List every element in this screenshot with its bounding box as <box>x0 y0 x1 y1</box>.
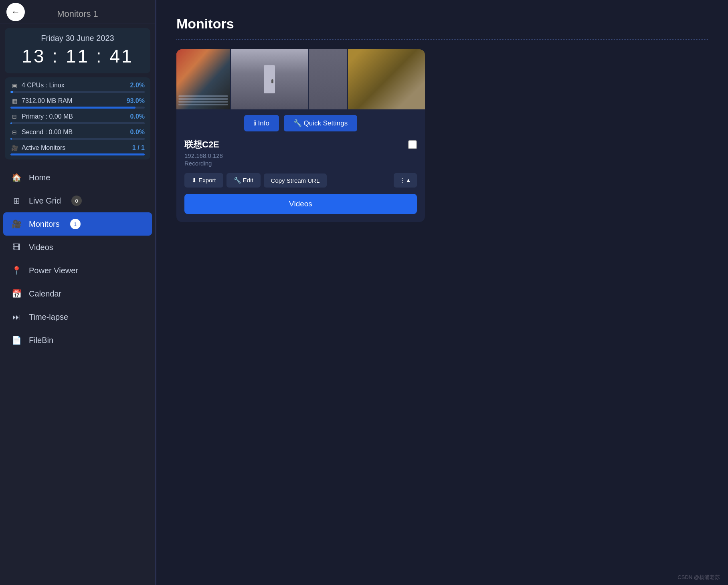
camera-icon: 🎥 <box>10 144 18 152</box>
sidebar: ← Monitors 1 Friday 30 June 2023 13 : 11… <box>0 0 156 585</box>
second-stat-row: ⊟ Second : 0.00 MB 0.0% <box>10 128 145 140</box>
date-display: Friday 30 June 2023 <box>9 34 146 43</box>
watermark: CSDN @杨浦老苏 <box>677 574 720 581</box>
monitors-label: Monitors <box>29 220 60 229</box>
thumbnail-3 <box>309 49 347 109</box>
cpu-bar-fill <box>10 91 13 93</box>
active-monitors-bar <box>10 153 145 155</box>
thumb-4-inner <box>348 49 425 109</box>
ram-bar-fill <box>10 107 135 109</box>
videos-label: Videos <box>29 243 53 252</box>
sidebar-item-filebin[interactable]: 📄 FileBin <box>0 329 155 352</box>
cpu-value: 2.0% <box>130 82 145 89</box>
datetime-section: Friday 30 June 2023 13 : 11 : 41 <box>5 28 150 73</box>
ram-icon: ▦ <box>10 97 18 105</box>
active-monitors-label: 🎥 Active Monitors <box>10 144 65 152</box>
quick-settings-button[interactable]: 🔧 Quick Settings <box>284 115 357 131</box>
primary-stat-row: ⊟ Primary : 0.00 MB 0.0% <box>10 113 145 124</box>
filebin-label: FileBin <box>29 336 53 345</box>
sidebar-item-monitors[interactable]: 🎥 Monitors 1 <box>3 212 152 236</box>
sidebar-item-live-grid[interactable]: ⊞ Live Grid 0 <box>0 189 155 212</box>
door-shape <box>264 65 275 93</box>
monitor-thumbnails <box>176 49 425 109</box>
cpu-label: ▣ 4 CPUs : Linux <box>10 81 65 89</box>
cpu-bar <box>10 91 145 93</box>
time-lapse-icon: ⏭ <box>11 312 22 322</box>
edit-button[interactable]: 🔧 Edit <box>226 173 261 188</box>
videos-icon: 🎞 <box>11 242 22 252</box>
stats-section: ▣ 4 CPUs : Linux 2.0% ▦ 7312.00 MB RAM 9… <box>5 77 150 159</box>
live-grid-badge: 0 <box>71 196 82 206</box>
thumb-3-inner <box>309 49 347 109</box>
home-label: Home <box>29 173 50 182</box>
second-bar <box>10 138 145 140</box>
time-display: 13 : 11 : 41 <box>9 45 146 67</box>
sidebar-item-home[interactable]: 🏠 Home <box>0 166 155 189</box>
thumb-1-inner <box>176 49 230 109</box>
title-divider <box>176 39 708 40</box>
second-disk-icon: ⊟ <box>10 128 18 136</box>
stripe-3 <box>178 101 228 103</box>
ram-bar <box>10 107 145 109</box>
primary-disk-icon: ⊟ <box>10 113 18 121</box>
second-label: ⊟ Second : 0.00 MB <box>10 128 73 136</box>
videos-button[interactable]: Videos <box>184 194 417 214</box>
monitor-buttons-row: ⬇ Export 🔧 Edit Copy Stream URL ⋮▲ <box>176 171 425 192</box>
nav-section: 🏠 Home ⊞ Live Grid 0 🎥 Monitors 1 🎞 Vide… <box>0 166 155 585</box>
info-button[interactable]: ℹ Info <box>244 115 279 131</box>
ram-stat-row: ▦ 7312.00 MB RAM 93.0% <box>10 97 145 109</box>
page-title: Monitors <box>176 16 708 32</box>
sidebar-item-time-lapse[interactable]: ⏭ Time-lapse <box>0 305 155 329</box>
cpu-icon: ▣ <box>10 81 18 89</box>
monitor-ip: 192.168.0.128 <box>184 152 223 159</box>
primary-bar-fill <box>10 122 12 124</box>
stripe-2 <box>178 98 228 100</box>
power-viewer-label: Power Viewer <box>29 266 78 275</box>
calendar-label: Calendar <box>29 289 61 299</box>
live-grid-icon: ⊞ <box>11 196 22 206</box>
second-bar-fill <box>10 138 12 140</box>
sidebar-header-title: Monitors 1 <box>57 9 98 19</box>
monitor-details: 联想C2E 192.168.0.128 Recording <box>184 139 223 167</box>
calendar-icon: 📅 <box>11 288 22 299</box>
home-icon: 🏠 <box>11 172 22 183</box>
cpu-stat-row: ▣ 4 CPUs : Linux 2.0% <box>10 81 145 93</box>
thumbnail-2 <box>231 49 308 109</box>
monitor-card: ℹ Info 🔧 Quick Settings 联想C2E 192.168.0.… <box>176 49 425 222</box>
back-button[interactable]: ← <box>6 3 25 21</box>
thumbnail-4 <box>348 49 425 109</box>
thumb-2-inner <box>231 49 308 109</box>
sidebar-item-videos[interactable]: 🎞 Videos <box>0 236 155 259</box>
export-button[interactable]: ⬇ Export <box>184 173 223 188</box>
back-icon: ← <box>11 7 20 17</box>
copy-url-button[interactable]: Copy Stream URL <box>264 173 327 188</box>
second-value: 0.0% <box>130 129 145 136</box>
ram-value: 93.0% <box>127 97 145 105</box>
power-viewer-icon: 📍 <box>11 265 22 276</box>
main-content: Monitors <box>156 0 728 585</box>
more-button[interactable]: ⋮▲ <box>394 173 417 188</box>
monitor-name: 联想C2E <box>184 139 223 151</box>
monitors-icon: 🎥 <box>11 219 22 229</box>
sidebar-header: ← Monitors 1 <box>0 0 155 24</box>
monitor-status: Recording <box>184 160 223 167</box>
thumb-1-stripes <box>178 95 228 105</box>
primary-value: 0.0% <box>130 113 145 120</box>
stripe-4 <box>178 104 228 105</box>
ram-label: ▦ 7312.00 MB RAM <box>10 97 72 105</box>
live-grid-label: Live Grid <box>29 196 61 206</box>
monitor-actions-bar: ℹ Info 🔧 Quick Settings <box>176 109 425 137</box>
monitor-info: 联想C2E 192.168.0.128 Recording <box>176 137 425 171</box>
active-monitors-stat-row: 🎥 Active Monitors 1 / 1 <box>10 144 145 155</box>
sidebar-item-calendar[interactable]: 📅 Calendar <box>0 282 155 305</box>
filebin-icon: 📄 <box>11 335 22 345</box>
stripe-1 <box>178 95 228 97</box>
sidebar-item-power-viewer[interactable]: 📍 Power Viewer <box>0 259 155 282</box>
thumbnail-1 <box>176 49 230 109</box>
time-lapse-label: Time-lapse <box>29 313 68 322</box>
primary-label: ⊟ Primary : 0.00 MB <box>10 113 73 121</box>
door-handle <box>271 79 273 83</box>
monitor-checkbox[interactable] <box>408 140 417 149</box>
btn-group-left: ⬇ Export 🔧 Edit Copy Stream URL <box>184 173 327 188</box>
primary-bar <box>10 122 145 124</box>
